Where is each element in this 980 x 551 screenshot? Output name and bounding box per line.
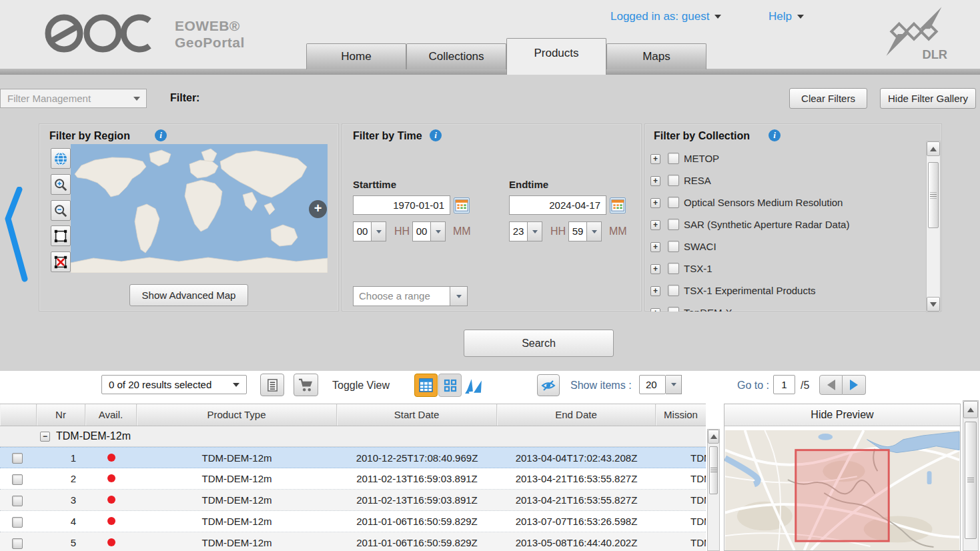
row-end-date: 2013-07-07T16:53:26.598Z — [497, 516, 656, 527]
row-checkbox[interactable] — [0, 472, 37, 484]
chevron-down-icon[interactable] — [450, 286, 468, 306]
swath-view-icon[interactable] — [462, 374, 485, 397]
scrollbar-thumb[interactable] — [709, 446, 718, 494]
show-items-label: Show items : — [570, 380, 632, 392]
grid-view-icon[interactable] — [438, 374, 462, 397]
cart-icon[interactable] — [294, 374, 318, 396]
zoom-out-icon[interactable] — [51, 200, 71, 221]
results-group-row[interactable]: − TDM-DEM-12m — [0, 426, 706, 447]
header-product-type[interactable]: Product Type — [137, 404, 337, 426]
collection-checkbox[interactable] — [668, 219, 679, 230]
expand-icon[interactable]: + — [650, 220, 660, 230]
header-start-date[interactable]: Start Date — [337, 404, 497, 426]
expand-icon[interactable]: + — [650, 176, 660, 186]
chevron-down-icon[interactable] — [431, 221, 446, 241]
collapse-gallery-chevron-icon[interactable] — [3, 187, 31, 284]
starttime-date-input[interactable]: 1970-01-01 — [353, 195, 450, 215]
scroll-up-icon[interactable] — [927, 141, 940, 156]
expand-icon[interactable]: + — [650, 198, 660, 208]
scrollbar-thumb[interactable] — [965, 422, 977, 539]
tab-collections[interactable]: Collections — [406, 43, 506, 69]
collection-checkbox[interactable] — [668, 263, 679, 274]
collection-checkbox[interactable] — [668, 307, 679, 312]
expand-icon[interactable]: + — [650, 286, 660, 296]
region-world-map[interactable]: + — [71, 144, 328, 273]
table-row[interactable]: 3TDM-DEM-12m2011-02-13T16:59:03.891Z2013… — [0, 490, 706, 511]
chevron-down-icon[interactable] — [587, 221, 602, 241]
clear-filters-button[interactable]: Clear Filters — [789, 88, 867, 109]
row-checkbox[interactable] — [0, 515, 37, 527]
scrollbar-thumb[interactable] — [928, 162, 939, 228]
preview-map[interactable] — [724, 430, 960, 550]
scroll-up-icon[interactable] — [708, 430, 719, 444]
table-row[interactable]: 1TDM-DEM-12m2010-12-25T17:08:40.969Z2013… — [0, 447, 706, 468]
info-icon[interactable]: i — [155, 129, 167, 141]
collection-checkbox[interactable] — [668, 153, 679, 164]
end-hour-select[interactable]: 23 — [509, 221, 528, 241]
tab-maps[interactable]: Maps — [606, 43, 706, 69]
info-icon[interactable]: i — [430, 129, 442, 141]
info-icon[interactable]: i — [769, 129, 781, 141]
zoom-in-icon[interactable] — [51, 174, 71, 195]
collection-checkbox[interactable] — [668, 285, 679, 296]
range-select[interactable]: Choose a range — [353, 286, 450, 306]
collection-checkbox[interactable] — [668, 241, 679, 252]
endtime-date-input[interactable]: 2024-04-17 — [509, 195, 606, 215]
header-mission[interactable]: Mission — [656, 404, 706, 426]
table-row[interactable]: 5TDM-DEM-12m2011-01-06T16:50:59.829Z2013… — [0, 532, 706, 551]
search-button[interactable]: Search — [464, 330, 614, 357]
filter-management-select[interactable]: Filter Management — [0, 89, 147, 108]
show-advanced-map-button[interactable]: Show Advanced Map — [129, 284, 248, 306]
tab-products[interactable]: Products — [506, 38, 606, 75]
expand-icon[interactable]: + — [650, 308, 660, 312]
map-expand-plus-button[interactable]: + — [309, 200, 327, 218]
next-page-icon[interactable] — [843, 375, 866, 395]
end-minute-select[interactable]: 59 — [568, 221, 587, 241]
scroll-down-icon[interactable] — [927, 297, 940, 312]
tab-home[interactable]: Home — [306, 43, 406, 69]
row-checkbox[interactable] — [0, 536, 37, 548]
chevron-down-icon[interactable] — [372, 221, 386, 241]
box-select-icon[interactable] — [51, 225, 71, 246]
prev-page-icon[interactable] — [819, 375, 843, 395]
table-row[interactable]: 2TDM-DEM-12m2011-02-13T16:59:03.891Z2013… — [0, 468, 706, 490]
row-product-type: TDM-DEM-12m — [137, 516, 337, 527]
calendar-icon[interactable] — [610, 197, 626, 213]
collection-label: SWACI — [684, 241, 716, 252]
collection-scrollbar[interactable] — [926, 141, 941, 312]
selection-summary: 0 of 20 results selected — [109, 379, 211, 390]
collection-checkbox[interactable] — [668, 197, 679, 208]
clear-selection-icon[interactable] — [51, 251, 71, 272]
goto-page-input[interactable]: 1 — [773, 375, 795, 394]
header-avail[interactable]: Avail. — [85, 404, 137, 426]
hide-filter-gallery-button[interactable]: Hide Filter Gallery — [880, 88, 976, 109]
start-hour-select[interactable]: 00 — [353, 221, 372, 241]
login-menu[interactable]: Logged in as: guest — [610, 10, 721, 23]
row-checkbox[interactable] — [0, 494, 37, 506]
table-row[interactable]: 4TDM-DEM-12m2011-01-06T16:50:59.829Z2013… — [0, 511, 706, 532]
metadata-document-icon[interactable] — [260, 374, 284, 396]
show-items-select[interactable]: 20 — [639, 375, 666, 394]
calendar-icon[interactable] — [454, 197, 470, 213]
collection-item: +TSX-1 Experimental Products — [645, 280, 922, 302]
start-minute-select[interactable]: 00 — [412, 221, 431, 241]
collapse-icon[interactable]: − — [40, 432, 50, 442]
results-selection-select[interactable]: 0 of 20 results selected — [101, 375, 247, 394]
row-checkbox[interactable] — [0, 452, 37, 464]
hide-preview-button[interactable]: Hide Preview — [724, 404, 960, 426]
help-menu[interactable]: Help — [769, 10, 804, 23]
hide-footprints-eye-icon[interactable] — [537, 374, 560, 396]
header-end-date[interactable]: End Date — [497, 404, 656, 426]
expand-icon[interactable]: + — [650, 154, 660, 164]
globe-icon[interactable] — [51, 148, 71, 169]
table-scrollbar[interactable] — [707, 429, 720, 551]
chevron-down-icon[interactable] — [528, 221, 542, 241]
collection-checkbox[interactable] — [668, 175, 679, 186]
header-nr[interactable]: Nr — [37, 404, 85, 426]
page-scrollbar[interactable] — [963, 400, 979, 551]
expand-icon[interactable]: + — [650, 264, 660, 274]
table-view-icon[interactable] — [414, 374, 438, 397]
chevron-down-icon[interactable] — [666, 375, 682, 394]
expand-icon[interactable]: + — [650, 242, 660, 252]
scroll-up-icon[interactable] — [963, 401, 978, 418]
